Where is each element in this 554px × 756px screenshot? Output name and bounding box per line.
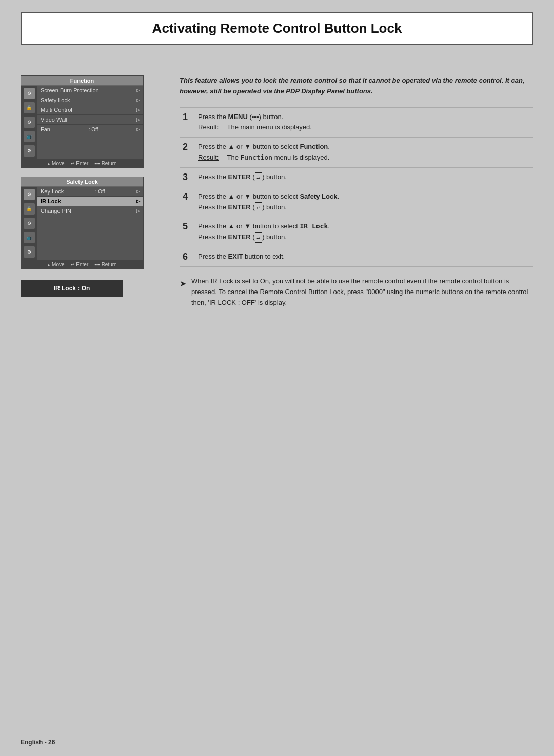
step-6-row: 6 Press the EXIT button to exit. bbox=[180, 247, 533, 266]
step-3-number: 3 bbox=[180, 167, 195, 187]
note-text: When IR Lock is set to On, you will not … bbox=[191, 276, 533, 308]
step-1-row: 1 Press the MENU (▪▪▪) button. Result: T… bbox=[180, 107, 533, 138]
icon-5: ⚙ bbox=[24, 145, 35, 157]
function-menu-panel: Function ⚙ 🔒 ⚙ 📺 ⚙ Screen Burn Protectio… bbox=[21, 75, 144, 168]
step-6-content: Press the EXIT button to exit. bbox=[195, 247, 533, 266]
step-2-content: Press the ▲ or ▼ button to select Functi… bbox=[195, 138, 533, 168]
icon-sl-4: 📺 bbox=[24, 232, 35, 243]
step-5-ir-label: IR Lock bbox=[300, 222, 328, 230]
safety-lock-menu-title: Safety Lock bbox=[21, 177, 143, 187]
step-4-enter-sym: ↵ bbox=[255, 202, 263, 212]
step-2-row: 2 Press the ▲ or ▼ button to select Func… bbox=[180, 138, 533, 168]
icon-4: 📺 bbox=[24, 131, 35, 142]
step-1-result-row: Result: The main menu is displayed. bbox=[198, 122, 530, 133]
icon-1: ⚙ bbox=[24, 88, 35, 99]
function-menu-title: Function bbox=[21, 76, 143, 86]
right-column: This feature allows you to lock the remo… bbox=[169, 70, 533, 713]
icon-sl-3: ⚙ bbox=[24, 218, 35, 229]
step-3-enter-label: ENTER bbox=[228, 173, 251, 181]
menu-item-screen-burn[interactable]: Screen Burn Protection ▷ bbox=[37, 86, 143, 95]
icon-3: ⚙ bbox=[24, 117, 35, 128]
step-4-row: 4 Press the ▲ or ▼ button to select Safe… bbox=[180, 187, 533, 217]
step-4-safety-label: Safety Lock bbox=[300, 192, 337, 200]
function-menu-body: ⚙ 🔒 ⚙ 📺 ⚙ Screen Burn Protection ▷ Safet… bbox=[21, 86, 143, 159]
step-6-exit-label: EXIT bbox=[228, 253, 243, 260]
page: Activating Remote Control Button Lock Fu… bbox=[0, 0, 554, 756]
menu-item-key-lock[interactable]: Key Lock : Off ▷ bbox=[37, 187, 143, 197]
menu-item-safety-lock[interactable]: Safety Lock ▷ bbox=[37, 95, 143, 105]
step-5-enter-label: ENTER bbox=[228, 233, 251, 241]
menu-item-fan[interactable]: Fan : Off ▷ bbox=[37, 125, 143, 134]
safety-lock-menu-items: Key Lock : Off ▷ IR Lock ▷ Change PIN ▷ bbox=[37, 187, 143, 260]
icon-sl-1: ⚙ bbox=[24, 189, 35, 200]
step-2-number: 2 bbox=[180, 138, 195, 168]
step-2-function-label: Function bbox=[300, 143, 328, 150]
step-1-number: 1 bbox=[180, 107, 195, 138]
page-title-box: Activating Remote Control Button Lock bbox=[21, 12, 533, 45]
step-4-content: Press the ▲ or ▼ button to select Safety… bbox=[195, 187, 533, 217]
step-6-number: 6 bbox=[180, 247, 195, 266]
ir-lock-status-text: IR Lock : On bbox=[54, 285, 90, 292]
menu-item-change-pin[interactable]: Change PIN ▷ bbox=[37, 206, 143, 216]
icon-2: 🔒 bbox=[24, 102, 35, 113]
function-menu-footer: ⬥ Move ↵ Enter ▪▪▪ Return bbox=[21, 159, 143, 168]
step-3-row: 3 Press the ENTER (↵) button. bbox=[180, 167, 533, 187]
step-2-result-text: The Function menu is displayed. bbox=[227, 152, 329, 163]
menu-item-multi-control[interactable]: Multi Control ▷ bbox=[37, 105, 143, 115]
ir-lock-status-box: IR Lock : On bbox=[21, 280, 123, 297]
menu-item-video-wall[interactable]: Video Wall ▷ bbox=[37, 115, 143, 125]
step-1-key-menu: MENU bbox=[228, 113, 248, 121]
step-3-content: Press the ENTER (↵) button. bbox=[195, 167, 533, 187]
function-icon-sidebar: ⚙ 🔒 ⚙ 📺 ⚙ bbox=[21, 86, 37, 159]
note-arrow-icon: ➤ bbox=[180, 277, 186, 308]
safety-lock-menu-body: ⚙ 🔒 ⚙ 📺 ⚙ Key Lock : Off ▷ IR Loc bbox=[21, 187, 143, 260]
step-2-result-label: Result: bbox=[198, 152, 219, 163]
step-5-number: 5 bbox=[180, 217, 195, 247]
step-5-content: Press the ▲ or ▼ button to select IR Loc… bbox=[195, 217, 533, 247]
step-1-result-text: The main menu is displayed. bbox=[227, 122, 311, 133]
icon-sl-2: 🔒 bbox=[24, 203, 35, 215]
page-title: Activating Remote Control Button Lock bbox=[32, 21, 522, 36]
steps-table: 1 Press the MENU (▪▪▪) button. Result: T… bbox=[180, 107, 533, 267]
page-footer: English - 26 bbox=[0, 733, 554, 756]
step-2-result-row: Result: The Function menu is displayed. bbox=[198, 152, 530, 163]
safety-lock-icon-sidebar: ⚙ 🔒 ⚙ 📺 ⚙ bbox=[21, 187, 37, 260]
step-4-enter-label: ENTER bbox=[228, 203, 251, 211]
step-1-result-label: Result: bbox=[198, 122, 219, 133]
footer-page-label: English - 26 bbox=[21, 739, 55, 746]
step-1-content: Press the MENU (▪▪▪) button. Result: The… bbox=[195, 107, 533, 138]
step-5-enter-sym: ↵ bbox=[255, 232, 263, 243]
content-area: Function ⚙ 🔒 ⚙ 📺 ⚙ Screen Burn Protectio… bbox=[0, 55, 554, 733]
step-1-menu-icon: ▪▪▪ bbox=[252, 113, 259, 121]
function-menu-items: Screen Burn Protection ▷ Safety Lock ▷ M… bbox=[37, 86, 143, 159]
step-3-enter-sym: ↵ bbox=[255, 172, 263, 183]
icon-sl-5: ⚙ bbox=[24, 246, 35, 258]
note-section: ➤ When IR Lock is set to On, you will no… bbox=[180, 276, 533, 308]
step-5-row: 5 Press the ▲ or ▼ button to select IR L… bbox=[180, 217, 533, 247]
safety-lock-menu-footer: ⬥ Move ↵ Enter ▪▪▪ Return bbox=[21, 260, 143, 269]
menu-item-ir-lock[interactable]: IR Lock ▷ bbox=[37, 197, 143, 206]
step-4-number: 4 bbox=[180, 187, 195, 217]
intro-text: This feature allows you to lock the remo… bbox=[180, 75, 533, 97]
left-column: Function ⚙ 🔒 ⚙ 📺 ⚙ Screen Burn Protectio… bbox=[21, 70, 169, 713]
safety-lock-menu-panel: Safety Lock ⚙ 🔒 ⚙ 📺 ⚙ Key Lock : Off ▷ bbox=[21, 177, 144, 269]
